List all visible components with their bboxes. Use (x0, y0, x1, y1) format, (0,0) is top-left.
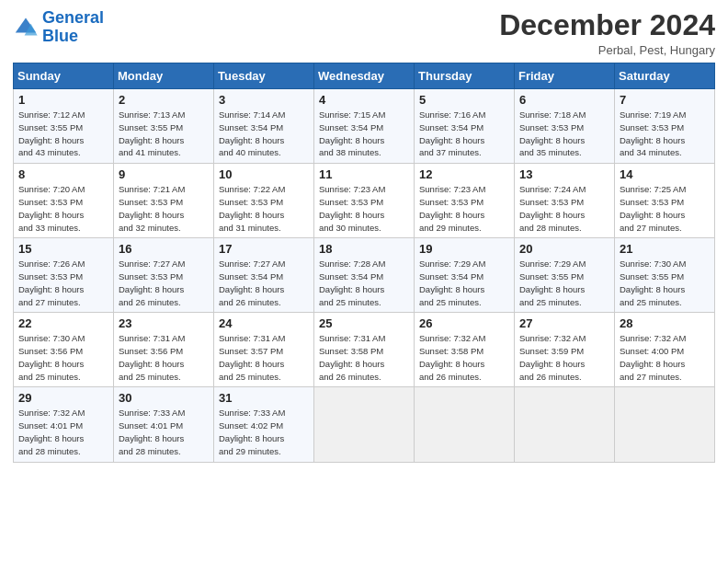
day-number: 4 (319, 93, 409, 107)
calendar-cell: 4Sunrise: 7:15 AMSunset: 3:54 PMDaylight… (314, 89, 415, 164)
calendar-cell: 8Sunrise: 7:20 AMSunset: 3:53 PMDaylight… (14, 164, 114, 238)
day-number: 13 (519, 167, 609, 181)
day-number: 16 (119, 242, 209, 256)
page-header: General Blue December 2024 Perbal, Pest,… (13, 9, 715, 57)
day-info: Sunrise: 7:32 AMSunset: 3:58 PMDaylight:… (419, 332, 509, 383)
month-title: December 2024 (499, 9, 715, 41)
calendar-cell: 7Sunrise: 7:19 AMSunset: 3:53 PMDaylight… (615, 89, 715, 164)
day-info: Sunrise: 7:24 AMSunset: 3:53 PMDaylight:… (519, 183, 609, 234)
day-info: Sunrise: 7:30 AMSunset: 3:56 PMDaylight:… (18, 332, 108, 383)
calendar-cell: 28Sunrise: 7:32 AMSunset: 4:00 PMDayligh… (615, 313, 715, 387)
day-number: 2 (119, 93, 209, 107)
calendar-row: 1Sunrise: 7:12 AMSunset: 3:55 PMDaylight… (14, 89, 715, 164)
calendar-cell: 29Sunrise: 7:32 AMSunset: 4:01 PMDayligh… (14, 387, 114, 462)
day-info: Sunrise: 7:23 AMSunset: 3:53 PMDaylight:… (419, 183, 509, 234)
calendar-cell: 11Sunrise: 7:23 AMSunset: 3:53 PMDayligh… (314, 164, 415, 238)
day-number: 8 (18, 167, 108, 181)
day-info: Sunrise: 7:30 AMSunset: 3:55 PMDaylight:… (620, 258, 710, 308)
calendar-cell: 31Sunrise: 7:33 AMSunset: 4:02 PMDayligh… (214, 387, 314, 462)
day-info: Sunrise: 7:21 AMSunset: 3:53 PMDaylight:… (119, 183, 209, 234)
col-tuesday: Tuesday (214, 63, 314, 89)
day-info: Sunrise: 7:31 AMSunset: 3:57 PMDaylight:… (219, 332, 309, 383)
day-number: 9 (119, 167, 209, 181)
calendar-cell (314, 387, 415, 462)
day-info: Sunrise: 7:29 AMSunset: 3:55 PMDaylight:… (519, 258, 609, 308)
logo-icon (13, 15, 39, 40)
day-number: 23 (119, 316, 209, 330)
day-number: 25 (319, 316, 409, 330)
day-info: Sunrise: 7:32 AMSunset: 3:59 PMDaylight:… (519, 332, 609, 383)
calendar-row: 29Sunrise: 7:32 AMSunset: 4:01 PMDayligh… (14, 387, 715, 462)
calendar-cell: 6Sunrise: 7:18 AMSunset: 3:53 PMDaylight… (515, 89, 615, 164)
day-info: Sunrise: 7:14 AMSunset: 3:54 PMDaylight:… (219, 109, 309, 159)
col-monday: Monday (114, 63, 214, 89)
day-info: Sunrise: 7:33 AMSunset: 4:02 PMDaylight:… (219, 407, 309, 457)
calendar-cell: 21Sunrise: 7:30 AMSunset: 3:55 PMDayligh… (615, 238, 715, 313)
day-info: Sunrise: 7:26 AMSunset: 3:53 PMDaylight:… (18, 258, 108, 308)
calendar-cell: 25Sunrise: 7:31 AMSunset: 3:58 PMDayligh… (314, 313, 415, 387)
calendar-cell: 22Sunrise: 7:30 AMSunset: 3:56 PMDayligh… (14, 313, 114, 387)
day-number: 31 (219, 391, 309, 405)
col-thursday: Thursday (415, 63, 515, 89)
day-info: Sunrise: 7:23 AMSunset: 3:53 PMDaylight:… (319, 183, 409, 234)
day-number: 14 (620, 167, 710, 181)
day-info: Sunrise: 7:22 AMSunset: 3:53 PMDaylight:… (219, 183, 309, 234)
title-block: December 2024 Perbal, Pest, Hungary (499, 9, 715, 57)
day-info: Sunrise: 7:19 AMSunset: 3:53 PMDaylight:… (620, 109, 710, 159)
calendar-cell: 26Sunrise: 7:32 AMSunset: 3:58 PMDayligh… (415, 313, 515, 387)
day-number: 20 (519, 242, 609, 256)
day-info: Sunrise: 7:27 AMSunset: 3:53 PMDaylight:… (119, 258, 209, 308)
calendar-cell: 3Sunrise: 7:14 AMSunset: 3:54 PMDaylight… (214, 89, 314, 164)
day-info: Sunrise: 7:29 AMSunset: 3:54 PMDaylight:… (419, 258, 509, 308)
col-saturday: Saturday (615, 63, 715, 89)
day-info: Sunrise: 7:31 AMSunset: 3:58 PMDaylight:… (319, 332, 409, 383)
day-info: Sunrise: 7:18 AMSunset: 3:53 PMDaylight:… (519, 109, 609, 159)
day-number: 24 (219, 316, 309, 330)
day-number: 6 (519, 93, 609, 107)
calendar-cell: 10Sunrise: 7:22 AMSunset: 3:53 PMDayligh… (214, 164, 314, 238)
day-info: Sunrise: 7:31 AMSunset: 3:56 PMDaylight:… (119, 332, 209, 383)
day-info: Sunrise: 7:28 AMSunset: 3:54 PMDaylight:… (319, 258, 409, 308)
day-number: 7 (620, 93, 710, 107)
calendar-cell (415, 387, 515, 462)
calendar-row: 8Sunrise: 7:20 AMSunset: 3:53 PMDaylight… (14, 164, 715, 238)
calendar-header: Sunday Monday Tuesday Wednesday Thursday… (14, 63, 715, 89)
calendar-body: 1Sunrise: 7:12 AMSunset: 3:55 PMDaylight… (14, 89, 715, 462)
calendar-cell: 9Sunrise: 7:21 AMSunset: 3:53 PMDaylight… (114, 164, 214, 238)
day-number: 26 (419, 316, 509, 330)
calendar-cell: 16Sunrise: 7:27 AMSunset: 3:53 PMDayligh… (114, 238, 214, 313)
day-info: Sunrise: 7:27 AMSunset: 3:54 PMDaylight:… (219, 258, 309, 308)
calendar-cell (515, 387, 615, 462)
calendar-cell: 14Sunrise: 7:25 AMSunset: 3:53 PMDayligh… (615, 164, 715, 238)
day-number: 18 (319, 242, 409, 256)
calendar-row: 22Sunrise: 7:30 AMSunset: 3:56 PMDayligh… (14, 313, 715, 387)
calendar-cell: 30Sunrise: 7:33 AMSunset: 4:01 PMDayligh… (114, 387, 214, 462)
col-friday: Friday (515, 63, 615, 89)
day-number: 11 (319, 167, 409, 181)
logo-text: General Blue (42, 9, 104, 46)
calendar-table: Sunday Monday Tuesday Wednesday Thursday… (13, 63, 715, 462)
calendar-cell (615, 387, 715, 462)
day-number: 22 (18, 316, 108, 330)
day-number: 12 (419, 167, 509, 181)
calendar-cell: 17Sunrise: 7:27 AMSunset: 3:54 PMDayligh… (214, 238, 314, 313)
header-row: Sunday Monday Tuesday Wednesday Thursday… (14, 63, 715, 89)
day-number: 30 (119, 391, 209, 405)
day-number: 10 (219, 167, 309, 181)
calendar-cell: 12Sunrise: 7:23 AMSunset: 3:53 PMDayligh… (415, 164, 515, 238)
day-number: 21 (620, 242, 710, 256)
day-info: Sunrise: 7:20 AMSunset: 3:53 PMDaylight:… (18, 183, 108, 234)
day-info: Sunrise: 7:25 AMSunset: 3:53 PMDaylight:… (620, 183, 710, 234)
day-number: 19 (419, 242, 509, 256)
calendar-cell: 27Sunrise: 7:32 AMSunset: 3:59 PMDayligh… (515, 313, 615, 387)
col-sunday: Sunday (14, 63, 114, 89)
calendar-cell: 1Sunrise: 7:12 AMSunset: 3:55 PMDaylight… (14, 89, 114, 164)
day-info: Sunrise: 7:13 AMSunset: 3:55 PMDaylight:… (119, 109, 209, 159)
day-info: Sunrise: 7:32 AMSunset: 4:00 PMDaylight:… (620, 332, 710, 383)
day-number: 17 (219, 242, 309, 256)
day-number: 29 (18, 391, 108, 405)
day-number: 15 (18, 242, 108, 256)
day-info: Sunrise: 7:16 AMSunset: 3:54 PMDaylight:… (419, 109, 509, 159)
calendar-cell: 2Sunrise: 7:13 AMSunset: 3:55 PMDaylight… (114, 89, 214, 164)
calendar-cell: 23Sunrise: 7:31 AMSunset: 3:56 PMDayligh… (114, 313, 214, 387)
